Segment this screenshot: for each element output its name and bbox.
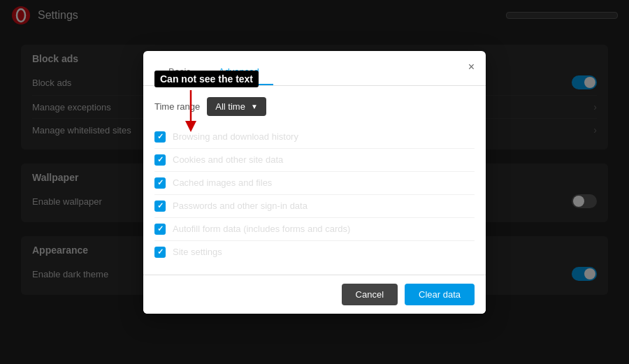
checkbox-2[interactable] <box>154 177 166 189</box>
modal-header: Basic Advanced × <box>143 51 486 86</box>
tab-basic[interactable]: Basic <box>154 59 205 85</box>
time-range-value: All time <box>215 101 245 112</box>
clear-data-button[interactable]: Clear data <box>405 284 475 305</box>
checkbox-row-2: Cached images and files <box>154 172 475 195</box>
checkbox-label-3: Passwords and other sign-in data <box>173 201 308 211</box>
modal-overlay: Can not see the text Basic Advanced × Ti… <box>0 0 629 364</box>
checkbox-5[interactable] <box>154 247 166 258</box>
checkbox-0[interactable] <box>154 131 166 143</box>
tab-advanced[interactable]: Advanced <box>205 59 273 85</box>
checkbox-label-5: Site settings <box>173 247 222 257</box>
checkbox-row-4: Autofill form data (includes forms and c… <box>154 218 475 241</box>
modal-body[interactable]: Time range All time ▼ Browsing and downl… <box>143 86 486 275</box>
modal-tabs: Basic Advanced <box>154 59 273 85</box>
close-button[interactable]: × <box>465 58 477 76</box>
dropdown-arrow-icon: ▼ <box>251 103 258 110</box>
checkbox-1[interactable] <box>154 154 166 166</box>
clear-browsing-modal: Can not see the text Basic Advanced × Ti… <box>143 51 486 314</box>
checkbox-row-0: Browsing and download history <box>154 126 475 149</box>
checkbox-label-4: Autofill form data (includes forms and c… <box>173 224 350 234</box>
checkbox-3[interactable] <box>154 201 166 212</box>
modal-footer: Cancel Clear data <box>143 275 486 314</box>
time-range-dropdown[interactable]: All time ▼ <box>207 97 266 116</box>
cancel-button[interactable]: Cancel <box>342 284 398 305</box>
checkbox-label-1: Cookies and other site data <box>173 154 283 165</box>
checkbox-label-2: Cached images and files <box>173 177 272 188</box>
checkbox-row-1: Cookies and other site data <box>154 149 475 172</box>
checkbox-label-0: Browsing and download history <box>173 131 298 142</box>
time-range-row: Time range All time ▼ <box>154 97 475 116</box>
time-range-label: Time range <box>154 101 200 112</box>
checkbox-row-3: Passwords and other sign-in data <box>154 195 475 218</box>
checkbox-4[interactable] <box>154 224 166 235</box>
checkbox-row-5: Site settings <box>154 241 475 263</box>
